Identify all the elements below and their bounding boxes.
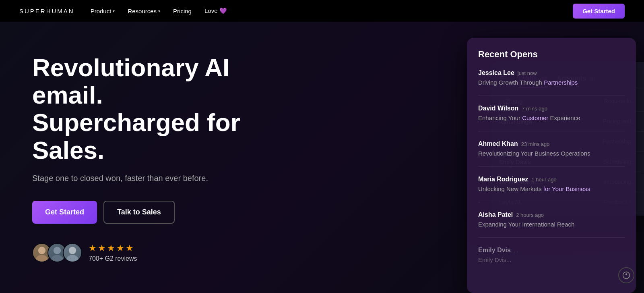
get-started-hero-button[interactable]: Get Started xyxy=(32,201,97,224)
email-subject: Enhancing Your Customer Experience xyxy=(478,114,625,122)
reviews-info: ★ ★ ★ ★ ★ 700+ G2 reviews xyxy=(89,243,137,262)
recent-opens-list: Jessica Lee just now Driving Growth Thro… xyxy=(478,69,625,273)
social-proof: ★ ★ ★ ★ ★ 700+ G2 reviews xyxy=(32,243,294,262)
sender-name: Maria Rodriguez xyxy=(478,176,528,183)
scroll-icon xyxy=(622,271,630,279)
sender-name: David Wilson xyxy=(478,105,518,112)
email-subject-highlight: Customer xyxy=(522,114,548,121)
recent-item-header: David Wilson 7 mins ago xyxy=(478,105,625,112)
svg-point-5 xyxy=(66,255,78,262)
chevron-down-icon: ▾ xyxy=(113,9,115,13)
recent-item-header: Ahmed Khan 23 mins ago xyxy=(478,140,625,148)
hero-content: Revolutionary AI email. Supercharged for… xyxy=(32,54,294,262)
recent-open-item: Emily Dvis ... Emily Dvis... xyxy=(478,247,625,273)
nav-item-love[interactable]: Love 💜 xyxy=(204,7,227,15)
recent-opens-panel: Recent Opens Jessica Lee just now Drivin… xyxy=(467,38,636,293)
timestamp: 1 hour ago xyxy=(531,177,556,183)
star-2-icon: ★ xyxy=(98,243,106,254)
svg-point-4 xyxy=(69,247,76,254)
recent-opens-title: Recent Opens xyxy=(478,49,625,60)
recent-open-item: Ahmed Khan 23 mins ago Revolutionizing Y… xyxy=(478,140,625,167)
email-subject-highlight: for Your Business xyxy=(543,185,590,192)
recent-item-header: Maria Rodriguez 1 hour ago xyxy=(478,176,625,183)
nav-item-pricing[interactable]: Pricing xyxy=(173,8,192,15)
talk-to-sales-button[interactable]: Talk to Sales xyxy=(103,201,175,224)
recent-open-item: Maria Rodriguez 1 hour ago Unlocking New… xyxy=(478,176,625,202)
svg-point-0 xyxy=(38,247,45,254)
get-started-nav-button[interactable]: Get Started xyxy=(573,4,625,19)
timestamp: 7 mins ago xyxy=(522,106,547,112)
recent-item-header: Jessica Lee just now xyxy=(478,69,625,77)
email-subject: Emily Dvis... xyxy=(478,256,625,264)
ui-mockup: ☰ Leads 12 Accounts 8 Li Zhang Request f… xyxy=(491,38,644,216)
hero-buttons: Get Started Talk to Sales xyxy=(32,201,294,224)
timestamp: 2 hours ago xyxy=(516,212,544,218)
svg-point-6 xyxy=(623,272,630,279)
nav-item-product[interactable]: Product ▾ xyxy=(91,8,115,15)
recent-item-header: Aisha Patel 2 hours ago xyxy=(478,211,625,218)
avatar xyxy=(63,243,82,262)
nav-item-resources[interactable]: Resources ▾ xyxy=(128,8,160,15)
star-3-icon: ★ xyxy=(107,243,115,254)
star-4-icon: ★ xyxy=(116,243,124,254)
sender-name: Aisha Patel xyxy=(478,211,513,218)
email-subject-highlight: Partnerships xyxy=(544,79,578,86)
recent-open-item: Jessica Lee just now Driving Growth Thro… xyxy=(478,69,625,96)
logo[interactable]: SUPERHUMAN xyxy=(19,8,74,15)
star-rating: ★ ★ ★ ★ ★ xyxy=(89,243,137,254)
scroll-button[interactable] xyxy=(618,267,634,283)
nav-left: SUPERHUMAN Product ▾ Resources ▾ Pricing xyxy=(19,7,227,15)
svg-point-1 xyxy=(36,255,47,262)
hero-subtitle: Stage one to closed won, faster than eve… xyxy=(32,174,294,183)
star-1-icon: ★ xyxy=(89,243,97,254)
sender-name: Emily Dvis xyxy=(478,247,511,254)
review-count: 700+ G2 reviews xyxy=(89,255,137,262)
email-subject: Expanding Your International Reach xyxy=(478,220,625,229)
svg-point-3 xyxy=(51,255,63,262)
email-subject: Unlocking New Markets for Your Business xyxy=(478,185,625,193)
timestamp: 23 mins ago xyxy=(521,141,550,147)
chevron-down-icon: ▾ xyxy=(158,9,160,13)
email-subject: Driving Growth Through Partnerships xyxy=(478,78,625,87)
email-subject: Revolutionizing Your Business Operations xyxy=(478,149,625,158)
svg-point-7 xyxy=(625,274,627,275)
recent-open-item: Aisha Patel 2 hours ago Expanding Your I… xyxy=(478,211,625,238)
navbar: SUPERHUMAN Product ▾ Resources ▾ Pricing xyxy=(0,0,644,22)
avatars-group xyxy=(32,243,82,262)
hero-section: Revolutionary AI email. Supercharged for… xyxy=(0,22,644,293)
sender-name: Jessica Lee xyxy=(478,69,514,77)
recent-open-item: David Wilson 7 mins ago Enhancing Your C… xyxy=(478,105,625,131)
timestamp: just now xyxy=(518,70,537,76)
nav-links: Product ▾ Resources ▾ Pricing Love 💜 xyxy=(91,7,227,15)
sender-name: Ahmed Khan xyxy=(478,140,518,148)
timestamp: ... xyxy=(514,247,518,254)
hero-title: Revolutionary AI email. Supercharged for… xyxy=(32,54,294,164)
svg-point-2 xyxy=(54,247,61,254)
recent-item-header: Emily Dvis ... xyxy=(478,247,625,254)
star-5-icon: ★ xyxy=(126,243,134,254)
